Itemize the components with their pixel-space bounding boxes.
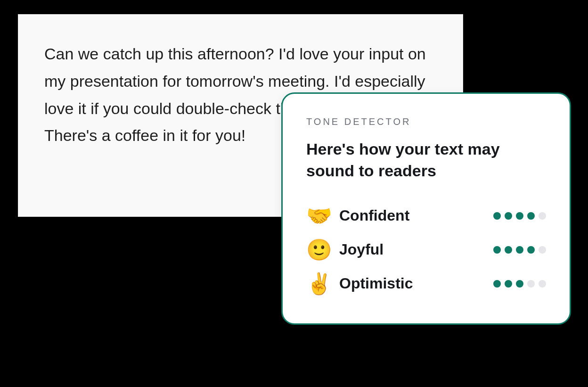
victory-hand-icon: ✌️ [306, 273, 335, 294]
tone-label: Optimistic [335, 275, 493, 292]
dot-filled-icon [505, 212, 512, 220]
tone-label: Confident [335, 207, 493, 224]
dot-filled-icon [493, 212, 501, 220]
dot-filled-icon [527, 212, 535, 220]
dot-filled-icon [505, 246, 512, 254]
dot-filled-icon [505, 280, 512, 288]
dot-filled-icon [516, 212, 523, 220]
tone-detector-card: TONE DETECTOR Here's how your text may s… [281, 92, 571, 325]
dot-filled-icon [493, 280, 501, 288]
tone-label: Joyful [335, 241, 493, 258]
tone-row-confident: 🤝 Confident [306, 199, 546, 233]
dot-empty-icon [539, 212, 546, 220]
dot-empty-icon [527, 280, 535, 288]
tone-score-dots [493, 212, 546, 220]
tone-row-joyful: 🙂 Joyful [306, 233, 546, 267]
tone-score-dots [493, 246, 546, 254]
dot-filled-icon [493, 246, 501, 254]
tone-score-dots [493, 280, 546, 288]
tone-row-optimistic: ✌️ Optimistic [306, 267, 546, 301]
dot-filled-icon [527, 246, 535, 254]
smile-icon: 🙂 [306, 239, 335, 260]
handshake-icon: 🤝 [306, 206, 335, 226]
dot-filled-icon [516, 246, 523, 254]
dot-filled-icon [516, 280, 523, 288]
dot-empty-icon [539, 280, 546, 288]
dot-empty-icon [539, 246, 546, 254]
tone-detector-overline: TONE DETECTOR [306, 116, 546, 127]
tone-detector-heading: Here's how your text may sound to reader… [306, 139, 546, 182]
